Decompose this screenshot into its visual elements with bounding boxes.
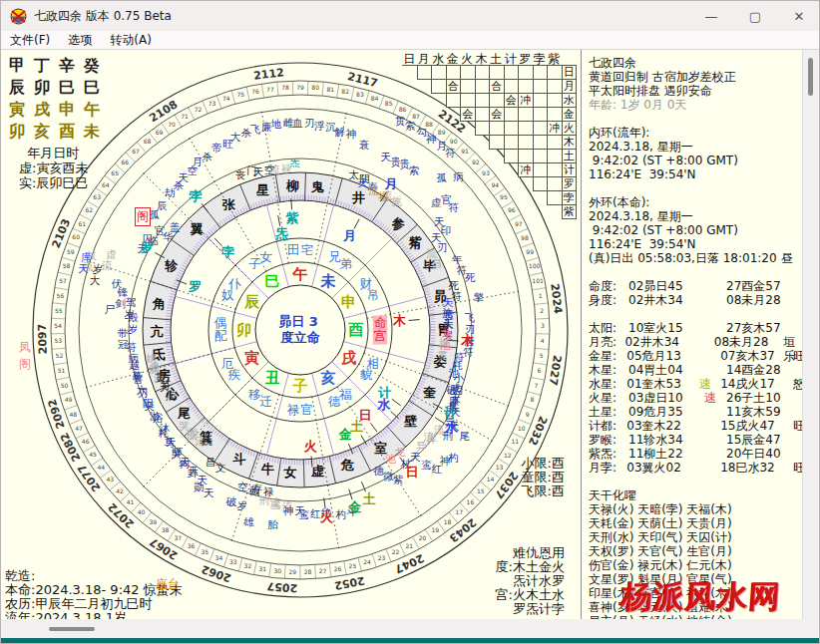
close-button[interactable]: ✕ — [777, 1, 820, 31]
svg-text:89: 89 — [438, 129, 446, 136]
svg-text:天: 天 — [204, 486, 214, 498]
aspect-col-土: 土 — [489, 51, 504, 66]
svg-text:67: 67 — [132, 148, 140, 155]
menu-item-2[interactable]: 转动(A) — [101, 32, 161, 49]
chart-extra-label-0: 凤 阁 — [19, 339, 31, 373]
svg-text:66: 66 — [121, 159, 129, 165]
aspect-col-罗: 罗 — [518, 51, 533, 66]
aspect-cell-月-木 — [475, 79, 491, 94]
planet-row-8: 罗睺:11轸水3415辰金47 — [589, 433, 805, 447]
svg-text:杓: 杓 — [448, 452, 459, 464]
panel-line: 内环(流年): — [589, 126, 805, 140]
aspect-cell-月-罗 — [518, 79, 534, 94]
svg-text:51: 51 — [58, 367, 66, 374]
svg-text:42: 42 — [116, 487, 124, 494]
vertical-scrollbar-thumb[interactable] — [808, 58, 813, 96]
aspect-cell-金-罗 — [518, 107, 534, 122]
svg-text:度立命: 度立命 — [280, 330, 321, 345]
svg-text:25: 25 — [349, 562, 357, 569]
svg-text:94: 94 — [491, 181, 499, 188]
svg-text:貌: 貌 — [360, 367, 373, 382]
svg-text:58: 58 — [63, 262, 71, 269]
svg-text:病: 病 — [453, 170, 464, 182]
svg-text:5: 5 — [540, 352, 544, 359]
svg-text:30: 30 — [273, 567, 281, 574]
svg-text:78: 78 — [281, 84, 289, 91]
degree-row-0: 命度:02昴日4527酉金57 — [589, 279, 805, 293]
svg-text:孤: 孤 — [437, 171, 448, 183]
aspect-cell-土-孛 — [533, 149, 549, 163]
svg-text:病: 病 — [166, 390, 177, 402]
svg-text:尸: 尸 — [105, 303, 116, 315]
aspect-cell-日-月 — [417, 65, 433, 80]
svg-text:宫: 宫 — [374, 328, 387, 343]
pillar-row-0: 甲丁辛癸 — [9, 56, 109, 78]
svg-text:文: 文 — [215, 462, 226, 474]
svg-text:19: 19 — [432, 526, 440, 533]
svg-text:禄: 禄 — [286, 402, 300, 417]
aspect-row-计: 计 — [562, 162, 578, 177]
svg-text:土: 土 — [350, 419, 363, 434]
svg-text:杀: 杀 — [174, 179, 185, 191]
svg-text:觜: 觜 — [409, 235, 423, 250]
svg-text:31: 31 — [258, 565, 266, 572]
watermark: 杨派风水网 — [620, 576, 783, 618]
svg-text:紫: 紫 — [393, 474, 404, 485]
svg-text:福: 福 — [339, 387, 353, 402]
svg-text:罗: 罗 — [141, 240, 154, 255]
svg-text:24: 24 — [363, 558, 371, 565]
aspect-row-日: 日 — [562, 65, 578, 80]
svg-text:田: 田 — [287, 242, 300, 257]
svg-text:勋: 勋 — [194, 481, 205, 492]
svg-text:红: 红 — [431, 463, 443, 475]
svg-text:卦: 卦 — [188, 467, 199, 479]
svg-text:飞: 飞 — [250, 123, 261, 135]
aspect-row-金: 金 — [562, 107, 578, 122]
degree-row-1: 身度:02井木3408未月28 — [589, 293, 805, 307]
aspect-row-火: 火 — [562, 121, 578, 136]
svg-text:井: 井 — [351, 190, 365, 205]
svg-text:99: 99 — [526, 248, 534, 255]
aspect-row-孛: 孛 — [562, 190, 578, 205]
maximize-button[interactable]: ▢ — [733, 1, 777, 31]
svg-text:宅: 宅 — [301, 242, 314, 257]
panel-line — [589, 307, 805, 321]
vertical-scrollbar[interactable] — [802, 50, 819, 619]
menu-item-1[interactable]: 选项 — [59, 32, 101, 49]
svg-text:23: 23 — [378, 554, 386, 561]
virtual-real-pillars: 年月日时 虚:寅亥酉未 实:辰卯巳巳 — [19, 146, 88, 190]
svg-text:索: 索 — [405, 120, 416, 132]
svg-text:38: 38 — [162, 526, 170, 533]
horizontal-scrollbar-thumb[interactable] — [49, 627, 95, 631]
svg-text:壁: 壁 — [403, 414, 418, 429]
svg-text:59: 59 — [67, 248, 75, 255]
svg-text:炁: 炁 — [289, 157, 300, 168]
svg-text:卯: 卯 — [236, 321, 252, 339]
svg-text:厄: 厄 — [221, 356, 234, 371]
panel-line — [589, 265, 805, 279]
svg-text:胎: 胎 — [267, 518, 278, 530]
nanchou-enyong-block: 难仇恩用度:木土金火炁计水罗宫:火木土水罗炁计孛 — [455, 546, 565, 616]
svg-text:82: 82 — [341, 88, 349, 95]
svg-text:戌: 戌 — [340, 349, 356, 367]
window-bottom-edge — [1, 638, 820, 644]
aspect-col-计: 计 — [504, 51, 519, 66]
aspect-cell-计-紫 — [547, 162, 563, 177]
svg-text:鸾: 鸾 — [299, 508, 310, 520]
svg-text:擎: 擎 — [474, 291, 485, 303]
nanchou-line-1: 度:木土金火 — [455, 560, 565, 574]
menu-item-0[interactable]: 文件(F) — [1, 32, 59, 49]
aspect-col-日: 日 — [402, 51, 417, 66]
app-window: 七政四余 版本 0.75 Beta — ▢ ✕ 文件(F)选项转动(A) 123… — [0, 0, 820, 644]
minimize-button[interactable]: — — [689, 1, 733, 31]
svg-text:55: 55 — [55, 307, 63, 314]
svg-text:张: 张 — [222, 197, 236, 212]
svg-text:害: 害 — [133, 373, 144, 385]
svg-text:配: 配 — [214, 328, 227, 343]
svg-text:50: 50 — [61, 382, 69, 389]
svg-text:鸾: 鸾 — [422, 459, 433, 471]
svg-text:刃: 刃 — [437, 241, 448, 253]
horizontal-scrollbar[interactable] — [1, 619, 820, 638]
panel-line: 2024.3.18, 星期一 — [589, 209, 805, 223]
natal-line-2: 农历:甲辰年二月初九巳时 — [5, 597, 183, 611]
